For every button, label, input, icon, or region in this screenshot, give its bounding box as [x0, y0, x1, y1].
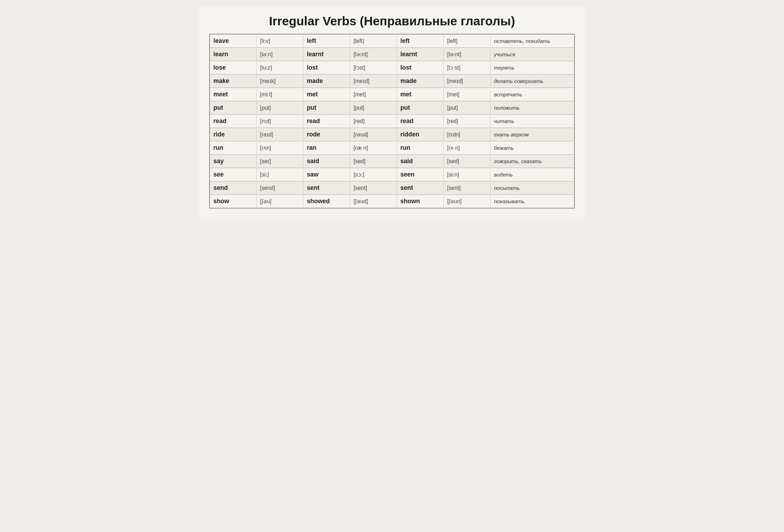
col-past-participle-pron: [ʃəun] — [443, 195, 490, 209]
col-past-participle-pron: [ləːnt] — [443, 48, 490, 61]
table-row: see[siː]saw[sɔː]seen[siːn]видеть — [210, 168, 574, 181]
col-past-simple: read — [303, 115, 350, 128]
col-pron: [rʌn] — [256, 141, 303, 155]
col-pron: [ləːn] — [256, 48, 303, 61]
col-translation: бежать — [490, 141, 574, 155]
col-translation: положить — [490, 101, 574, 115]
col-translation: читать — [490, 115, 574, 128]
col-past-simple: showed — [303, 195, 350, 209]
col-past-participle: said — [397, 155, 443, 168]
col-past-simple: saw — [303, 168, 350, 181]
col-past-participle-pron: [red] — [443, 115, 490, 128]
col-past-simple: sent — [303, 181, 350, 195]
col-past-simple-pron: [left] — [350, 34, 397, 48]
col-past-participle-pron: [meɪd] — [443, 75, 490, 88]
col-past-participle: left — [397, 34, 443, 48]
page-container: Irregular Verbs (Неправильные глаголы) l… — [199, 7, 585, 219]
col-infinitive: meet — [210, 88, 256, 101]
col-infinitive: say — [210, 155, 256, 168]
col-past-participle-pron: [sed] — [443, 155, 490, 168]
col-past-simple: said — [303, 155, 350, 168]
col-pron: [put] — [256, 101, 303, 115]
col-pron: [seɪ] — [256, 155, 303, 168]
col-past-participle: ridden — [397, 128, 443, 141]
col-past-participle: read — [397, 115, 443, 128]
table-row: lose[luːz]lost[lɔst]lost[lɔ st]терять — [210, 61, 574, 75]
table-row: make[meɪk]made[meɪd]made[meɪd]делать сов… — [210, 75, 574, 88]
table-row: learn[ləːn]learnt[ləːnt]learnt[ləːnt]учи… — [210, 48, 574, 61]
col-past-simple-pron: [ləːnt] — [350, 48, 397, 61]
col-translation: встречать — [490, 88, 574, 101]
table-row: leave[liːv]left[left]left[left]оставлять… — [210, 34, 574, 48]
col-pron: [raɪd] — [256, 128, 303, 141]
col-past-participle: sent — [397, 181, 443, 195]
col-pron: [meɪk] — [256, 75, 303, 88]
col-past-simple: made — [303, 75, 350, 88]
col-past-participle-pron: [lɔ st] — [443, 61, 490, 75]
col-infinitive: put — [210, 101, 256, 115]
col-infinitive: see — [210, 168, 256, 181]
col-past-simple: ran — [303, 141, 350, 155]
col-translation: говорить, сказать — [490, 155, 574, 168]
col-past-participle: put — [397, 101, 443, 115]
col-infinitive: leave — [210, 34, 256, 48]
col-pron: [miːt] — [256, 88, 303, 101]
col-past-simple-pron: [sɔː] — [350, 168, 397, 181]
col-infinitive: send — [210, 181, 256, 195]
col-past-participle-pron: [left] — [443, 34, 490, 48]
col-past-participle: shown — [397, 195, 443, 209]
col-pron: [riːd] — [256, 115, 303, 128]
col-translation: терять — [490, 61, 574, 75]
table-row: say[seɪ]said[sed]said[sed]говорить, сказ… — [210, 155, 574, 168]
table-row: show[ʃəu]showed[ʃəud]shown[ʃəun]показыва… — [210, 195, 574, 209]
table-row: send[send]sent[sent]sent[sent]посылать — [210, 181, 574, 195]
verbs-table: leave[liːv]left[left]left[left]оставлять… — [209, 34, 575, 209]
col-past-participle-pron: [sent] — [443, 181, 490, 195]
col-past-simple-pron: [lɔst] — [350, 61, 397, 75]
col-translation: показывать — [490, 195, 574, 209]
col-translation: оставлять, покидать — [490, 34, 574, 48]
col-past-simple: rode — [303, 128, 350, 141]
col-past-participle-pron: [rɪdn] — [443, 128, 490, 141]
col-past-participle-pron: [put] — [443, 101, 490, 115]
col-past-simple: lost — [303, 61, 350, 75]
col-past-simple: left — [303, 34, 350, 48]
col-pron: [luːz] — [256, 61, 303, 75]
table-row: put[put]put[put]put[put]положить — [210, 101, 574, 115]
col-infinitive: make — [210, 75, 256, 88]
col-past-simple-pron: [met] — [350, 88, 397, 101]
col-translation: учиться — [490, 48, 574, 61]
table-row: meet[miːt]met[met]met[met]встречать — [210, 88, 574, 101]
col-past-participle: lost — [397, 61, 443, 75]
col-past-simple-pron: [sed] — [350, 155, 397, 168]
col-pron: [siː] — [256, 168, 303, 181]
col-past-participle: learnt — [397, 48, 443, 61]
col-past-participle-pron: [siːn] — [443, 168, 490, 181]
col-past-participle-pron: [met] — [443, 88, 490, 101]
col-infinitive: run — [210, 141, 256, 155]
col-past-participle: seen — [397, 168, 443, 181]
table-row: read[riːd]read[red]read[red]читать — [210, 115, 574, 128]
col-past-simple-pron: [red] — [350, 115, 397, 128]
table-row: run[rʌn]ran[ræ n]run[rʌ n]бежать — [210, 141, 574, 155]
col-translation: ехать верхом — [490, 128, 574, 141]
col-translation: делать совершать — [490, 75, 574, 88]
col-past-simple-pron: [sent] — [350, 181, 397, 195]
page-title: Irregular Verbs (Неправильные глаголы) — [209, 14, 575, 28]
col-past-participle: made — [397, 75, 443, 88]
col-infinitive: learn — [210, 48, 256, 61]
col-infinitive: lose — [210, 61, 256, 75]
col-past-simple-pron: [meɪd] — [350, 75, 397, 88]
col-infinitive: show — [210, 195, 256, 209]
col-past-simple: met — [303, 88, 350, 101]
col-past-simple: put — [303, 101, 350, 115]
col-past-participle: met — [397, 88, 443, 101]
col-translation: видеть — [490, 168, 574, 181]
col-translation: посылать — [490, 181, 574, 195]
col-past-simple-pron: [put] — [350, 101, 397, 115]
col-past-participle: run — [397, 141, 443, 155]
col-past-simple-pron: [rəud] — [350, 128, 397, 141]
col-past-simple-pron: [ʃəud] — [350, 195, 397, 209]
col-past-simple-pron: [ræ n] — [350, 141, 397, 155]
col-past-participle-pron: [rʌ n] — [443, 141, 490, 155]
